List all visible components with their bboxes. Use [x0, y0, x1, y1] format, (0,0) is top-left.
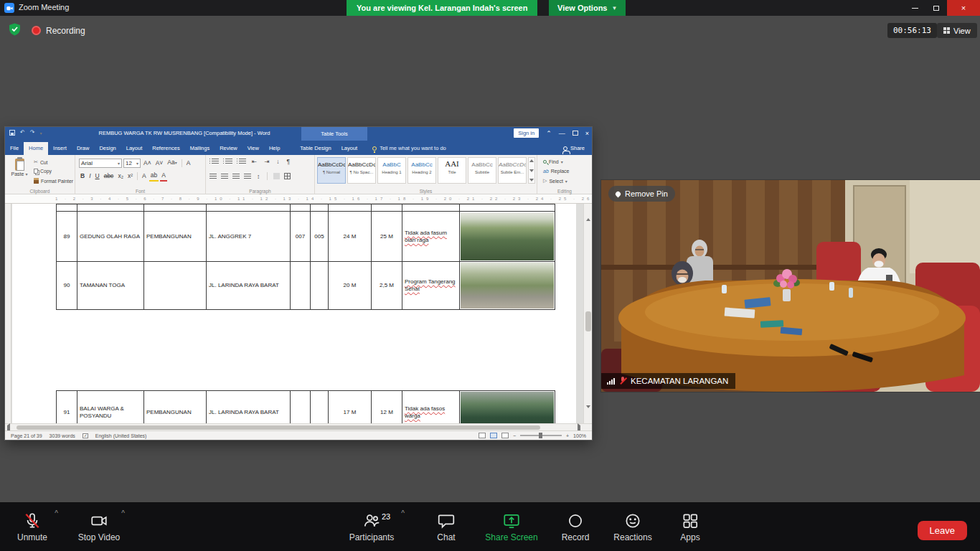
align-center-icon[interactable] — [221, 174, 228, 179]
cell-rt[interactable]: 007 — [290, 211, 310, 261]
styles-scroll-up-icon[interactable] — [529, 159, 534, 162]
table-row-partial[interactable] — [56, 204, 555, 211]
subscript-button[interactable]: x₂ — [116, 171, 125, 181]
style-title[interactable]: AAI Title — [438, 157, 466, 184]
security-shield-icon[interactable] — [9, 23, 21, 36]
align-left-icon[interactable] — [209, 174, 217, 179]
share-button[interactable]: Share — [563, 145, 585, 155]
highlight-color-button[interactable]: ab — [149, 171, 159, 182]
cell-name[interactable]: TAMANAN TOGA — [77, 261, 143, 309]
styles-gallery-scroll[interactable] — [528, 157, 535, 184]
cell-name[interactable]: GEDUNG OLAH RAGA — [77, 211, 143, 261]
empty-cell[interactable] — [328, 204, 371, 211]
tab-draw[interactable]: Draw — [72, 142, 95, 155]
scroll-up-icon[interactable] — [586, 206, 590, 219]
zoom-slider[interactable] — [520, 435, 562, 436]
leave-button[interactable]: Leave — [918, 521, 967, 540]
style-subtitle[interactable]: AaBbCc Subtitle — [468, 157, 496, 184]
empty-cell[interactable] — [310, 204, 328, 211]
cut-button[interactable]: ✂Cut — [34, 159, 47, 165]
restore-button[interactable] — [924, 0, 948, 16]
empty-cell[interactable] — [56, 204, 77, 211]
styles-gallery-expand-icon[interactable] — [529, 179, 534, 182]
copy-button[interactable]: Copy — [34, 169, 52, 174]
borders-icon[interactable] — [284, 173, 291, 179]
font-color-button[interactable]: A — [160, 171, 167, 182]
style-heading2[interactable]: AaBbCc Heading 2 — [407, 157, 436, 184]
web-layout-icon[interactable] — [501, 433, 509, 438]
find-button[interactable]: Find▾ — [543, 159, 563, 164]
select-button[interactable]: ▷Select▾ — [543, 178, 567, 184]
tab-file[interactable]: File — [5, 142, 24, 155]
clear-formatting-icon[interactable]: A — [185, 159, 192, 168]
cell-type[interactable] — [143, 261, 206, 309]
superscript-button[interactable]: x² — [126, 171, 134, 181]
horizontal-scroll-thumb[interactable] — [17, 425, 540, 430]
quick-access-toolbar[interactable]: ↶ ↷ ▾ — [9, 130, 42, 136]
sort-icon[interactable]: ↓ — [275, 159, 281, 164]
record-button[interactable]: Record — [545, 511, 606, 542]
language-indicator[interactable]: English (United States) — [95, 433, 147, 438]
tab-help[interactable]: Help — [264, 142, 285, 155]
justify-icon[interactable] — [244, 174, 251, 179]
tab-review[interactable]: Review — [215, 142, 242, 155]
cell-no[interactable]: 90 — [56, 261, 77, 309]
bold-button[interactable]: B — [79, 171, 86, 181]
cell-note[interactable]: Tidak ada fasos warga — [402, 390, 459, 423]
undo-icon[interactable]: ↶ — [20, 130, 25, 136]
cell-photo[interactable] — [459, 211, 555, 261]
tab-table-design[interactable]: Table Design — [295, 142, 336, 155]
site-photo[interactable] — [461, 212, 554, 260]
change-case-icon[interactable]: Aa▾ — [166, 158, 178, 168]
text-effects-icon[interactable]: A — [141, 171, 148, 181]
italic-button[interactable]: I — [88, 171, 92, 181]
shrink-font-icon[interactable]: A˅ — [154, 159, 165, 168]
tab-insert[interactable]: Insert — [48, 142, 72, 155]
table-row[interactable]: 91 BALAI WARGA & POSYANDU PEMBANGUNAN JL… — [56, 390, 555, 423]
chat-button[interactable]: Chat — [416, 511, 476, 542]
save-icon[interactable] — [9, 130, 15, 136]
format-painter-button[interactable]: Format Painter — [34, 178, 73, 184]
word-minimize-icon[interactable]: — — [559, 130, 565, 137]
cell-type[interactable]: PEMBANGUNAN — [143, 390, 206, 423]
site-photo[interactable] — [461, 392, 554, 423]
cell-address[interactable]: JL. LARINDA RAYA BARAT — [206, 390, 290, 423]
horizontal-ruler[interactable]: 1 · 2 · 3 · 4 · 5 · 6 · 7 · 8 · 9 · 10 ·… — [5, 194, 592, 204]
cell-address[interactable]: JL. LARINDA RAYA BARAT — [206, 261, 290, 309]
cell-no[interactable]: 89 — [56, 211, 77, 261]
view-options-button[interactable]: View Options▼ — [549, 0, 626, 16]
cell-photo[interactable] — [459, 261, 555, 309]
vertical-ruler[interactable] — [5, 204, 11, 423]
pinned-video-feed[interactable]: Remove Pin KECAMATAN LARANGAN — [601, 180, 980, 392]
ribbon-display-options-icon[interactable]: ⌃ — [546, 130, 552, 137]
cell-photo[interactable] — [459, 390, 555, 423]
print-layout-icon[interactable] — [490, 433, 497, 438]
tab-design[interactable]: Design — [94, 142, 121, 155]
scroll-down-icon[interactable] — [586, 408, 590, 421]
multilevel-list-icon[interactable] — [237, 159, 246, 164]
video-menu-chevron[interactable]: ^ — [121, 509, 125, 517]
bullets-icon[interactable] — [209, 159, 219, 164]
style-normal[interactable]: AaBbCcDc ¶ Normal — [317, 157, 346, 184]
tab-mailings[interactable]: Mailings — [185, 142, 215, 155]
cell-rt[interactable] — [290, 390, 310, 423]
share-screen-button[interactable]: Share Screen — [479, 511, 544, 542]
zoom-percentage[interactable]: 100% — [573, 433, 586, 438]
strikethrough-button[interactable]: abc — [103, 171, 116, 181]
empty-cell[interactable] — [459, 204, 555, 211]
cell-dim1[interactable]: 20 M — [328, 261, 371, 309]
reactions-button[interactable]: Reactions — [603, 511, 663, 542]
close-button[interactable]: × — [947, 0, 980, 16]
decrease-indent-icon[interactable]: ⇤ — [250, 159, 258, 164]
style-subtle-emphasis[interactable]: AaBbCcDc Subtle Em... — [498, 157, 527, 184]
cell-dim2[interactable]: 2,5 M — [371, 261, 402, 309]
vertical-scroll-thumb[interactable] — [585, 311, 591, 331]
align-right-icon[interactable] — [232, 174, 240, 179]
cell-type[interactable]: PEMBANGUNAN — [143, 211, 206, 261]
underline-button[interactable]: U — [94, 171, 101, 181]
empty-cell[interactable] — [206, 204, 290, 211]
table-row[interactable]: 89 GEDUNG OLAH RAGA PEMBANGUNAN JL. ANGG… — [56, 211, 555, 261]
style-no-spacing[interactable]: AaBbCcDc ¶ No Spac... — [347, 157, 376, 184]
line-spacing-icon[interactable]: ↕ — [255, 174, 261, 179]
participants-button[interactable]: 23 ^ Participants — [341, 511, 402, 542]
